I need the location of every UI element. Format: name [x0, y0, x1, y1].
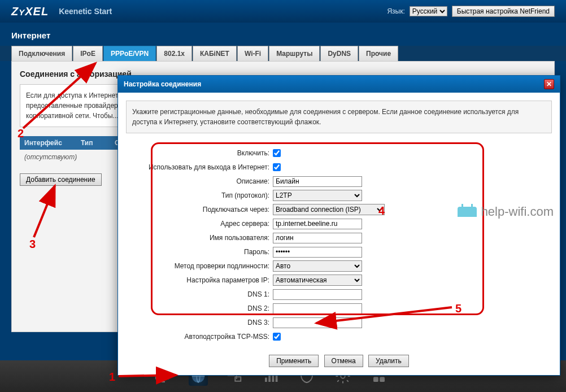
tab-connections[interactable]: Подключения: [11, 46, 72, 61]
dns2-field[interactable]: [273, 303, 362, 314]
tab-dydns[interactable]: DyDNS: [320, 46, 358, 61]
connection-settings-modal: Настройка соединения ✕ Укажите регистрац…: [117, 75, 560, 376]
modal-title-bar: Настройка соединения ✕: [118, 76, 560, 93]
dns3-field[interactable]: [273, 317, 362, 328]
delete-button[interactable]: Удалить: [368, 355, 409, 367]
ip-config-select[interactable]: Автоматическая: [273, 275, 362, 286]
product-name: Keenetic Start: [59, 7, 112, 16]
server-field[interactable]: [273, 219, 362, 229]
tab-routes[interactable]: Маршруты: [269, 46, 320, 61]
label-dns1: DNS 1:: [132, 290, 273, 298]
connect-via-select[interactable]: Broadband connection (ISP): [273, 204, 385, 215]
label-via: Подключаться через:: [132, 206, 273, 214]
use-internet-checkbox[interactable]: [273, 163, 281, 171]
svg-rect-11: [373, 377, 378, 382]
enable-checkbox[interactable]: [273, 149, 281, 157]
modal-title: Настройка соединения: [124, 80, 201, 88]
tcp-mss-checkbox[interactable]: [273, 333, 281, 341]
language-select[interactable]: Русский: [410, 6, 447, 16]
label-server: Адрес сервера:: [132, 220, 273, 228]
label-pass: Пароль:: [132, 248, 273, 256]
description-field[interactable]: [273, 176, 362, 187]
label-dns3: DNS 3:: [132, 319, 273, 326]
svg-rect-4: [265, 378, 267, 382]
language-label: Язык:: [387, 7, 404, 15]
tab-ipoe[interactable]: IPoE: [73, 46, 103, 61]
tab-kabinet[interactable]: КАБiNET: [193, 46, 237, 61]
svg-rect-5: [268, 376, 271, 382]
type-select[interactable]: L2TP: [273, 190, 362, 201]
close-icon[interactable]: ✕: [544, 79, 554, 89]
svg-rect-12: [380, 377, 385, 382]
logo: ZYXEL: [11, 5, 49, 18]
auth-select[interactable]: Авто: [273, 260, 362, 272]
password-field[interactable]: [273, 247, 362, 258]
username-field[interactable]: [273, 233, 362, 243]
label-user: Имя пользователя:: [132, 234, 273, 242]
label-type: Тип (протокол):: [132, 191, 273, 199]
label-ip: Настройка параметров IP:: [132, 276, 273, 284]
apply-button[interactable]: Применить: [269, 355, 319, 367]
page-title: Интернет: [0, 23, 566, 46]
app-header: ZYXEL Keenetic Start Язык: Русский Быстр…: [0, 0, 566, 23]
tab-other[interactable]: Прочие: [359, 46, 398, 61]
tab-wifi[interactable]: Wi-Fi: [237, 46, 268, 61]
modal-info: Укажите регистрационные данные, необходи…: [126, 101, 552, 133]
col-interface: Интерфейс: [20, 136, 76, 150]
svg-rect-3: [235, 377, 241, 381]
label-auth: Метод проверки подлинности:: [132, 262, 273, 270]
label-mss: Автоподстройка TCP-MSS:: [132, 333, 273, 341]
tab-8021x[interactable]: 802.1x: [156, 46, 192, 61]
add-connection-button[interactable]: Добавить соединение: [20, 173, 102, 186]
netfriend-button[interactable]: Быстрая настройка NetFriend: [452, 6, 555, 17]
label-dns2: DNS 2:: [132, 304, 273, 312]
tab-pppoe-vpn[interactable]: PPPoE/VPN: [103, 46, 156, 61]
label-use-internet: Использовать для выхода в Интернет:: [132, 163, 273, 171]
cancel-button[interactable]: Отмена: [324, 355, 363, 367]
label-enable: Включить:: [132, 149, 273, 157]
dns1-field[interactable]: [273, 289, 362, 300]
label-description: Описание:: [132, 177, 273, 185]
col-type: Тип: [76, 136, 110, 150]
tab-bar: Подключения IPoE PPPoE/VPN 802.1x КАБiNE…: [0, 46, 566, 61]
